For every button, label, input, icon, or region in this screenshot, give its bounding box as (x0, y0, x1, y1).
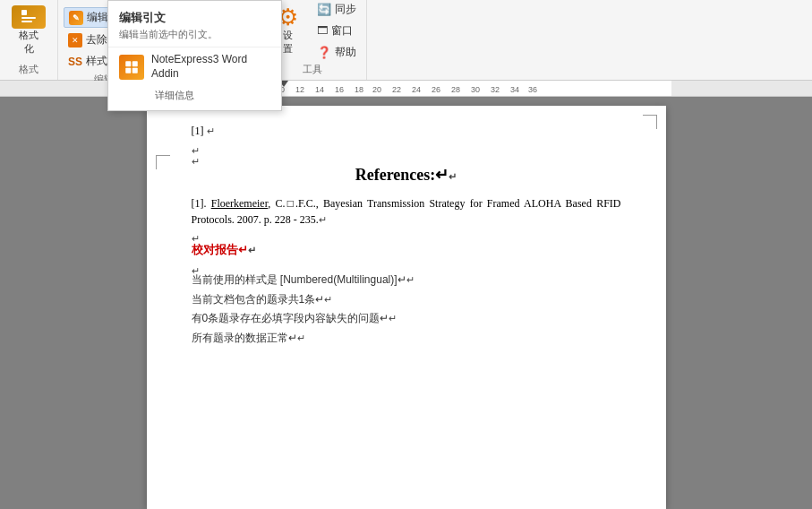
ruler-num-24: 24 (412, 85, 421, 94)
empty-para-2: ↵ (192, 154, 621, 161)
citation-block: [1] ↵ (192, 124, 621, 138)
audit-title: 校对报告↵↵ (192, 242, 621, 258)
addin-name: NoteExpress3 Word Addin (151, 53, 270, 81)
ruler-num-14: 14 (315, 85, 324, 94)
style-icon: SS (68, 56, 82, 68)
svg-rect-3 (125, 61, 131, 66)
dropdown-details-link[interactable]: 详细信息 (108, 86, 281, 105)
ribbon: 格式 化 格式 ✎ 编辑引文 ✕ 去除格式化 SS 样式· 编辑 (0, 0, 812, 81)
sync-label: 同步 (335, 2, 356, 17)
audit-info: 当前使用的样式是 [Numbered(Multilingual)]↵↵ 当前文档… (192, 271, 621, 348)
dropdown-addin-item[interactable]: NoteExpress3 Word Addin (108, 47, 281, 86)
audit-line-2: 当前文档包含的题录共1条↵↵ (192, 290, 621, 310)
svg-rect-6 (132, 67, 138, 73)
dropdown-menu: 编辑引文 编辑当前选中的引文。 NoteExpress3 Word Addin … (107, 0, 282, 111)
ribbon-group-edit: ✎ 编辑引文 ✕ 去除格式化 SS 样式· 编辑 编辑引文 编辑当前选中的引文。 (58, 0, 150, 80)
ref-number: [1]. (192, 197, 211, 210)
ruler-num-30: 30 (471, 85, 480, 94)
ruler-num-26: 26 (432, 85, 440, 94)
empty-para-3: ↵ (192, 231, 621, 242)
addin-icon (119, 55, 144, 80)
dropdown-description: 编辑当前选中的引文。 (108, 28, 281, 47)
ribbon-group-format: 格式 化 格式 (0, 0, 58, 80)
window-button[interactable]: 🗖 窗口 (312, 22, 361, 40)
margin-corner-tr (643, 115, 657, 129)
dropdown-header: 编辑引文 (108, 6, 281, 28)
ref-author: Floerkemeier (211, 197, 269, 210)
svg-rect-0 (21, 10, 27, 15)
ruler-num-22: 22 (392, 85, 401, 94)
sync-icon: 🔄 (317, 3, 331, 16)
ruler-num-36: 36 (528, 85, 537, 94)
document-page: [1] ↵ ↵ ↵ References:↵↵ [1]. Floerkemeie… (147, 106, 666, 509)
help-icon: ❓ (317, 46, 331, 59)
format-group-label: 格式 (19, 61, 38, 76)
help-button[interactable]: ❓ 帮助 (312, 43, 361, 62)
audit-line-1: 当前使用的样式是 [Numbered(Multilingual)]↵↵ (192, 271, 621, 290)
format-icon (12, 5, 46, 29)
svg-rect-1 (21, 17, 36, 19)
window-label: 窗口 (331, 23, 353, 39)
ruler-num-20: 20 (372, 85, 381, 94)
ruler-num-16: 16 (335, 85, 344, 94)
ruler-num-18: 18 (355, 85, 363, 94)
ruler-num-28: 28 (451, 85, 460, 94)
format-label: 格式 化 (19, 29, 38, 56)
deformat-icon: ✕ (68, 33, 82, 47)
references-title: References:↵↵ (192, 165, 621, 185)
help-label: 帮助 (335, 45, 356, 60)
audit-line-3: 有0条题录存在必填字段内容缺失的问题↵↵ (192, 309, 621, 329)
tools-group-label: 工具 (303, 61, 322, 76)
svg-rect-5 (125, 67, 131, 73)
document-area: [1] ↵ ↵ ↵ References:↵↵ [1]. Floerkemeie… (0, 97, 812, 509)
para-mark-1: ↵ (207, 125, 215, 136)
citation-mark: [1] (192, 125, 204, 137)
svg-rect-2 (21, 21, 32, 22)
reference-entry: [1]. Floerkemeier, C.□.F.C., Bayesian Tr… (192, 195, 621, 228)
window-icon: 🗖 (317, 24, 328, 37)
margin-corner-tl (156, 155, 170, 169)
ruler-num-12: 12 (295, 85, 304, 94)
ruler-num-32: 32 (491, 85, 500, 94)
empty-para-1: ↵ (192, 143, 621, 151)
settings-label: 设置 (283, 29, 293, 56)
edit-ref-icon: ✎ (69, 11, 83, 25)
sync-button[interactable]: 🔄 同步 (312, 0, 361, 19)
empty-para-4: ↵ (192, 263, 621, 271)
audit-line-4: 所有题录的数据正常↵↵ (192, 329, 621, 349)
format-button[interactable]: 格式 化 (5, 4, 52, 57)
ruler-num-34: 34 (510, 85, 519, 94)
svg-rect-4 (132, 61, 138, 66)
